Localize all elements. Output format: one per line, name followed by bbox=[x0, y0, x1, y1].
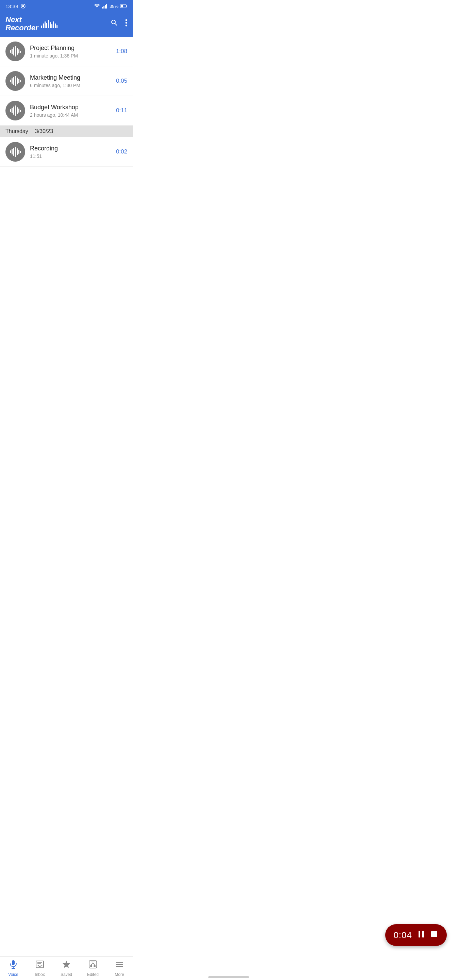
app-logo-waveform bbox=[41, 20, 57, 28]
svg-rect-8 bbox=[121, 5, 123, 8]
recording-title: Project Planning bbox=[30, 45, 116, 52]
svg-rect-7 bbox=[127, 5, 127, 7]
svg-rect-38 bbox=[18, 150, 19, 154]
recording-info: Budget Workshop 2 hours ago, 10:44 AM bbox=[30, 104, 116, 118]
status-time: 13:38 bbox=[5, 3, 26, 9]
recording-duration: 1:08 bbox=[116, 48, 127, 55]
wifi-icon bbox=[94, 4, 100, 8]
svg-rect-3 bbox=[104, 6, 105, 8]
status-bar: 13:38 38% bbox=[0, 0, 133, 12]
recording-meta: 6 minutes ago, 1:30 PM bbox=[30, 83, 116, 88]
svg-rect-36 bbox=[15, 147, 16, 157]
app-name-line2: Recorder bbox=[5, 24, 38, 32]
svg-rect-29 bbox=[15, 105, 16, 116]
svg-rect-31 bbox=[18, 108, 19, 113]
recording-title: Marketing Meeting bbox=[30, 74, 116, 81]
recording-meta: 1 minute ago, 1:36 PM bbox=[30, 53, 116, 59]
svg-rect-4 bbox=[105, 5, 106, 8]
recording-duration: 0:11 bbox=[116, 107, 127, 114]
more-options-button[interactable] bbox=[125, 19, 127, 29]
svg-rect-25 bbox=[20, 80, 21, 82]
svg-rect-15 bbox=[15, 46, 16, 56]
battery-display: 38% bbox=[110, 4, 118, 9]
svg-rect-32 bbox=[20, 110, 21, 112]
app-header: Next Recorder bbox=[0, 12, 133, 37]
svg-rect-18 bbox=[20, 51, 21, 53]
recording-info: Recording 11:51 bbox=[30, 145, 116, 159]
svg-point-11 bbox=[126, 25, 127, 27]
svg-point-9 bbox=[126, 19, 127, 21]
svg-rect-12 bbox=[10, 50, 11, 53]
svg-rect-20 bbox=[11, 78, 13, 84]
header-icons bbox=[110, 19, 127, 29]
svg-rect-16 bbox=[17, 48, 18, 55]
recording-meta: 2 hours ago, 10:44 AM bbox=[30, 112, 116, 118]
svg-rect-14 bbox=[13, 47, 14, 56]
svg-rect-24 bbox=[18, 79, 19, 83]
recording-avatar bbox=[5, 142, 25, 162]
status-right: 38% bbox=[94, 4, 127, 9]
time-display: 13:38 bbox=[5, 3, 18, 9]
date-divider-date: 3/30/23 bbox=[35, 128, 53, 134]
recording-avatar bbox=[5, 71, 25, 91]
svg-rect-26 bbox=[10, 109, 11, 112]
svg-rect-21 bbox=[13, 77, 14, 85]
svg-rect-19 bbox=[10, 80, 11, 82]
recording-list: Project Planning 1 minute ago, 1:36 PM 1… bbox=[0, 37, 133, 167]
recording-indicator-icon bbox=[21, 3, 26, 9]
recording-title: Recording bbox=[30, 145, 116, 152]
svg-rect-23 bbox=[17, 78, 18, 84]
app-logo: Next Recorder bbox=[5, 16, 57, 32]
recording-item[interactable]: Recording 11:51 0:02 bbox=[0, 137, 133, 167]
recording-item[interactable]: Project Planning 1 minute ago, 1:36 PM 1… bbox=[0, 37, 133, 66]
svg-rect-39 bbox=[20, 151, 21, 153]
svg-point-10 bbox=[126, 22, 127, 24]
recording-duration: 0:02 bbox=[116, 148, 127, 155]
recording-item[interactable]: Budget Workshop 2 hours ago, 10:44 AM 0:… bbox=[0, 96, 133, 126]
waveform-avatar-icon bbox=[8, 74, 22, 88]
recording-item[interactable]: Marketing Meeting 6 minutes ago, 1:30 PM… bbox=[0, 66, 133, 96]
recording-meta: 11:51 bbox=[30, 153, 116, 159]
waveform-avatar-icon bbox=[8, 104, 22, 118]
svg-rect-28 bbox=[13, 107, 14, 115]
date-divider-day: Thursday bbox=[5, 128, 28, 134]
svg-rect-27 bbox=[11, 108, 13, 113]
waveform-avatar-icon bbox=[8, 45, 22, 58]
svg-rect-22 bbox=[15, 76, 16, 86]
svg-rect-5 bbox=[106, 4, 107, 8]
svg-rect-30 bbox=[17, 107, 18, 114]
recording-title: Budget Workshop bbox=[30, 104, 116, 111]
svg-rect-37 bbox=[17, 148, 18, 155]
recording-avatar bbox=[5, 101, 25, 121]
svg-rect-34 bbox=[11, 149, 13, 154]
svg-rect-2 bbox=[102, 7, 103, 8]
waveform-avatar-icon bbox=[8, 145, 22, 159]
svg-rect-13 bbox=[11, 49, 13, 54]
recording-info: Project Planning 1 minute ago, 1:36 PM bbox=[30, 45, 116, 59]
battery-icon bbox=[121, 4, 127, 8]
signal-icon bbox=[102, 4, 108, 8]
recording-info: Marketing Meeting 6 minutes ago, 1:30 PM bbox=[30, 74, 116, 88]
recording-duration: 0:05 bbox=[116, 78, 127, 84]
svg-point-1 bbox=[22, 5, 24, 7]
app-name-line1: Next bbox=[5, 16, 38, 24]
search-button[interactable] bbox=[110, 19, 118, 29]
date-divider: Thursday 3/30/23 bbox=[0, 126, 133, 137]
svg-rect-17 bbox=[18, 49, 19, 53]
recording-avatar bbox=[5, 41, 25, 61]
svg-rect-33 bbox=[10, 150, 11, 153]
svg-rect-35 bbox=[13, 148, 14, 156]
